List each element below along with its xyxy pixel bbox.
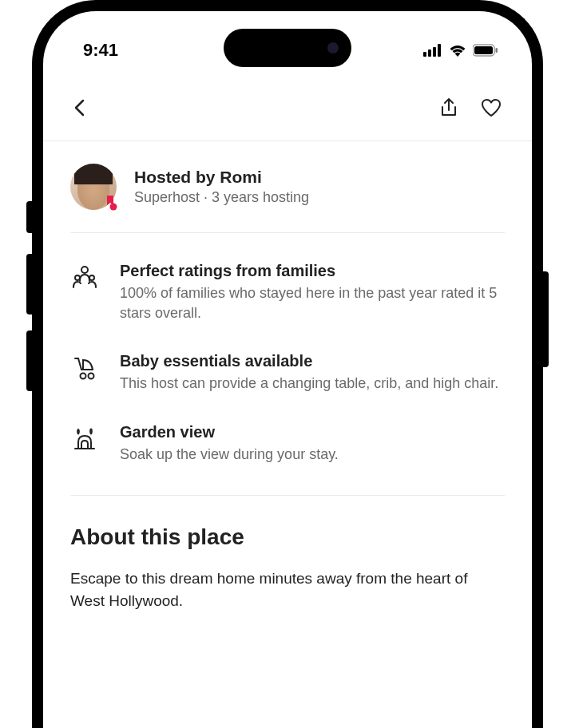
svg-point-11 bbox=[81, 374, 86, 379]
status-time: 9:41 bbox=[83, 40, 118, 61]
heart-icon bbox=[481, 98, 502, 117]
svg-rect-0 bbox=[423, 52, 426, 57]
feature-title: Baby essentials available bbox=[120, 352, 498, 370]
power-button bbox=[543, 271, 549, 367]
feature-baby-essentials: Baby essentials available This host can … bbox=[70, 352, 505, 394]
family-icon bbox=[70, 263, 99, 292]
svg-point-7 bbox=[110, 204, 117, 211]
about-body: Escape to this dream home minutes away f… bbox=[70, 568, 505, 613]
svg-rect-5 bbox=[474, 46, 493, 54]
feature-desc: This host can provide a changing table, … bbox=[120, 374, 498, 394]
svg-point-13 bbox=[90, 428, 93, 430]
svg-rect-1 bbox=[428, 49, 431, 57]
feature-title: Garden view bbox=[120, 423, 339, 441]
feature-title: Perfect ratings from families bbox=[120, 262, 505, 280]
about-section: About this place Escape to this dream ho… bbox=[70, 496, 505, 642]
features-section: Perfect ratings from families 100% of fa… bbox=[70, 233, 505, 496]
stroller-icon bbox=[70, 354, 99, 382]
host-text: Hosted by Romi Superhost · 3 years hosti… bbox=[134, 168, 309, 206]
battery-icon bbox=[473, 44, 498, 57]
content-area: Hosted by Romi Superhost · 3 years hosti… bbox=[43, 141, 532, 642]
svg-point-10 bbox=[89, 275, 94, 280]
volume-up-button bbox=[26, 254, 32, 315]
svg-rect-3 bbox=[438, 44, 441, 57]
side-button bbox=[26, 201, 32, 233]
dynamic-island bbox=[224, 29, 351, 67]
about-heading: About this place bbox=[70, 524, 505, 550]
host-title: Hosted by Romi bbox=[134, 168, 309, 187]
superhost-badge-icon bbox=[101, 194, 120, 213]
status-icons bbox=[423, 44, 498, 57]
garden-icon bbox=[70, 425, 99, 453]
share-icon bbox=[439, 97, 458, 118]
feature-desc: Soak up the view during your stay. bbox=[120, 445, 339, 465]
chevron-left-icon bbox=[73, 99, 85, 117]
feature-desc: 100% of families who stayed here in the … bbox=[120, 283, 505, 323]
svg-rect-6 bbox=[496, 48, 498, 53]
host-section[interactable]: Hosted by Romi Superhost · 3 years hosti… bbox=[70, 141, 505, 233]
favorite-button[interactable] bbox=[481, 98, 502, 121]
wifi-icon bbox=[449, 44, 466, 57]
feature-garden-view: Garden view Soak up the view during your… bbox=[70, 423, 505, 465]
share-button[interactable] bbox=[439, 97, 458, 121]
svg-point-9 bbox=[75, 275, 80, 280]
volume-down-button bbox=[26, 330, 32, 391]
camera-dot bbox=[327, 42, 339, 53]
cellular-icon bbox=[423, 44, 442, 57]
svg-rect-2 bbox=[433, 47, 436, 57]
host-avatar-wrap bbox=[70, 164, 117, 210]
phone-bezel: 9:41 bbox=[32, 0, 543, 728]
feature-family-ratings: Perfect ratings from families 100% of fa… bbox=[70, 262, 505, 323]
svg-point-8 bbox=[81, 267, 88, 273]
host-subtitle: Superhost · 3 years hosting bbox=[134, 189, 309, 206]
svg-point-12 bbox=[89, 374, 94, 379]
phone-mockup: 9:41 bbox=[0, 0, 575, 728]
back-button[interactable] bbox=[73, 99, 85, 120]
nav-bar bbox=[43, 67, 532, 141]
